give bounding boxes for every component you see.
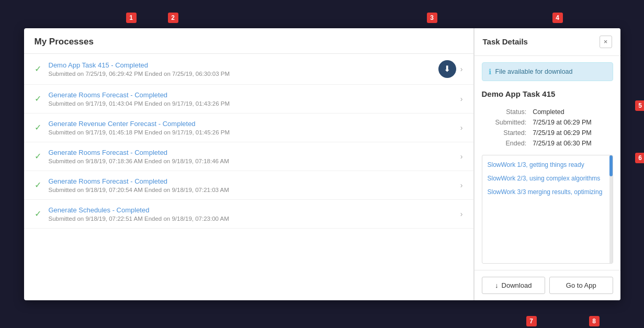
- right-header: Task Details ×: [474, 28, 620, 56]
- process-actions: ›: [460, 95, 463, 103]
- check-icon: ✓: [35, 122, 41, 132]
- process-info: Generate Revenue Center Forecast - Compl…: [49, 120, 460, 135]
- annotation-6: 6: [635, 153, 645, 163]
- goto-app-button[interactable]: Go to App: [549, 277, 613, 294]
- details-table: Status: Completed Submitted: 7/25/19 at …: [482, 107, 613, 149]
- panel-title: My Processes: [35, 37, 94, 47]
- process-meta: Submitted on 9/18/19, 07:18:36 AM Ended …: [49, 158, 460, 164]
- table-row: Submitted: 7/25/19 at 06:29 PM: [482, 117, 613, 128]
- process-name: Generate Rooms Forecast - Completed: [49, 177, 460, 185]
- chevron-right-icon: ›: [460, 181, 463, 189]
- process-name: Generate Rooms Forecast - Completed: [49, 149, 460, 156]
- check-icon: ✓: [35, 180, 41, 190]
- annotation-4: 4: [552, 13, 563, 23]
- process-item[interactable]: ✓ Generate Rooms Forecast - Completed Su…: [24, 171, 473, 200]
- right-panel-title: Task Details: [483, 37, 528, 46]
- process-meta: Submitted on 9/17/19, 01:45:18 PM Ended …: [49, 129, 460, 135]
- table-row: Started: 7/25/19 at 06:29 PM: [482, 128, 613, 138]
- right-footer: ↓ Download Go to App: [474, 270, 620, 300]
- ended-label: Ended:: [482, 138, 531, 149]
- download-button[interactable]: ↓ Download: [482, 277, 546, 294]
- chevron-right-icon: ›: [460, 65, 463, 73]
- status-label: Status:: [482, 107, 531, 117]
- process-name: Generate Rooms Forecast - Completed: [49, 91, 460, 99]
- right-content: ℹ File available for download Demo App T…: [474, 56, 620, 270]
- process-actions: ›: [460, 123, 463, 132]
- download-label: Download: [502, 281, 532, 289]
- left-panel: My Processes ✓ Demo App Task 415 - Compl…: [24, 28, 474, 300]
- check-icon: ✓: [35, 209, 41, 219]
- right-panel: Task Details × ℹ File available for down…: [474, 28, 620, 300]
- process-meta: Submitted on 9/18/19, 07:22:51 AM Ended …: [49, 216, 460, 222]
- submitted-label: Submitted:: [482, 117, 531, 128]
- process-name: Demo App Task 415 - Completed: [49, 61, 438, 69]
- chevron-right-icon: ›: [460, 95, 463, 103]
- annotation-7: 7: [526, 316, 537, 326]
- chevron-right-icon: ›: [460, 152, 463, 161]
- log-entry: SlowWork 1/3, getting things ready: [488, 160, 607, 170]
- process-meta: Submitted on 9/18/19, 07:20:54 AM Ended …: [49, 187, 460, 193]
- table-row: Status: Completed: [482, 107, 613, 117]
- download-circle-button[interactable]: ⬇: [438, 60, 456, 78]
- chevron-right-icon: ›: [460, 210, 463, 218]
- process-info: Generate Schedules - Completed Submitted…: [49, 206, 460, 222]
- annotation-5: 5: [635, 100, 645, 111]
- info-icon: ℹ: [489, 67, 491, 76]
- annotation-1: 1: [126, 13, 137, 23]
- log-scrollbar-thumb: [609, 155, 613, 176]
- log-entry: SlowWork 3/3 merging results, optimizing: [488, 187, 607, 197]
- annotation-2: 2: [168, 13, 178, 23]
- chevron-right-icon: ›: [460, 123, 463, 132]
- process-actions: ›: [460, 152, 463, 161]
- process-info: Generate Rooms Forecast - Completed Subm…: [49, 91, 460, 107]
- process-name: Generate Schedules - Completed: [49, 206, 460, 214]
- process-meta: Submitted on 7/25/19, 06:29:42 PM Ended …: [49, 71, 438, 77]
- check-icon: ✓: [35, 64, 41, 74]
- process-list: ✓ Demo App Task 415 - Completed Submitte…: [24, 54, 473, 300]
- log-area: SlowWork 1/3, getting things ready SlowW…: [482, 155, 613, 264]
- check-icon: ✓: [35, 151, 41, 161]
- log-scrollbar[interactable]: [609, 155, 613, 263]
- annotation-8: 8: [589, 316, 600, 326]
- status-value: Completed: [530, 107, 613, 117]
- started-label: Started:: [482, 128, 531, 138]
- process-info: Demo App Task 415 - Completed Submitted …: [49, 61, 438, 77]
- goto-label: Go to App: [566, 281, 596, 289]
- process-item[interactable]: ✓ Generate Rooms Forecast - Completed Su…: [24, 85, 473, 114]
- process-item[interactable]: ✓ Generate Revenue Center Forecast - Com…: [24, 114, 473, 142]
- main-container: My Processes ✓ Demo App Task 415 - Compl…: [24, 28, 620, 300]
- process-item[interactable]: ✓ Generate Rooms Forecast - Completed Su…: [24, 142, 473, 171]
- download-circle-icon: ⬇: [444, 64, 450, 74]
- process-actions: ⬇ ›: [438, 60, 463, 78]
- process-name: Generate Revenue Center Forecast - Compl…: [49, 120, 460, 128]
- close-button[interactable]: ×: [600, 36, 612, 48]
- submitted-value: 7/25/19 at 06:29 PM: [530, 117, 613, 128]
- log-entry: SlowWork 2/3, using complex algorithms: [488, 173, 607, 184]
- file-available-banner: ℹ File available for download: [482, 62, 613, 81]
- process-actions: ›: [460, 210, 463, 218]
- started-value: 7/25/19 at 06:29 PM: [530, 128, 613, 138]
- table-row: Ended: 7/25/19 at 06:30 PM: [482, 138, 613, 149]
- annotation-3: 3: [427, 13, 437, 23]
- process-info: Generate Rooms Forecast - Completed Subm…: [49, 149, 460, 164]
- process-item[interactable]: ✓ Demo App Task 415 - Completed Submitte…: [24, 54, 473, 85]
- process-actions: ›: [460, 181, 463, 189]
- panel-header: My Processes: [24, 28, 473, 54]
- check-icon: ✓: [35, 94, 41, 104]
- download-icon: ↓: [495, 281, 499, 289]
- task-name: Demo App Task 415: [482, 87, 613, 100]
- process-info: Generate Rooms Forecast - Completed Subm…: [49, 177, 460, 193]
- process-meta: Submitted on 9/17/19, 01:43:04 PM Ended …: [49, 100, 460, 107]
- process-item[interactable]: ✓ Generate Schedules - Completed Submitt…: [24, 200, 473, 229]
- file-available-text: File available for download: [495, 68, 573, 75]
- ended-value: 7/25/19 at 06:30 PM: [530, 138, 613, 149]
